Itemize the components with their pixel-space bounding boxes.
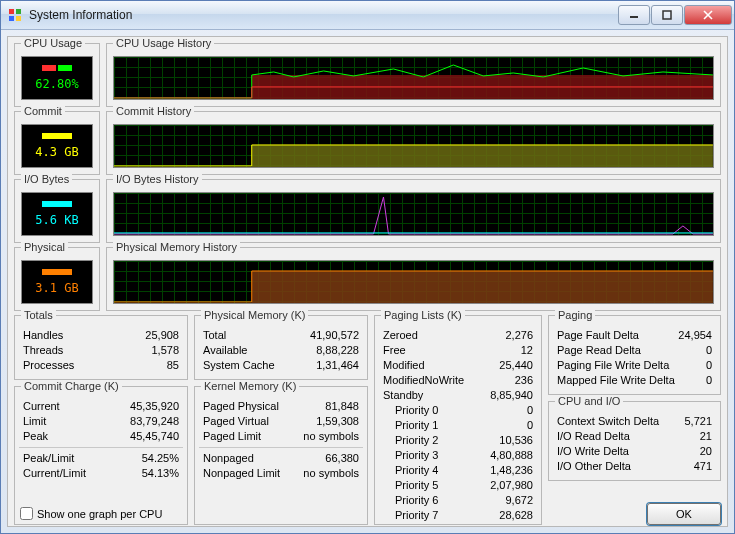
physical-value: 3.1 GB: [35, 281, 78, 295]
cc-currentlimit-value: 54.13%: [142, 466, 179, 481]
commit-charge-group: Commit Charge (K) Current45,35,920 Limit…: [14, 386, 188, 525]
cc-current-value: 45,35,920: [130, 399, 179, 414]
physical-panel: Physical 3.1 GB: [14, 247, 100, 311]
pm-total-label: Total: [203, 328, 226, 343]
svg-rect-0: [9, 9, 14, 14]
commit-panel: Commit 4.3 GB: [14, 111, 100, 175]
pl-zeroed-label: Zeroed: [383, 328, 418, 343]
cpu-history-label: CPU Usage History: [113, 37, 214, 49]
pl-p3-label: Priority 3: [395, 448, 438, 463]
cc-peaklimit-value: 54.25%: [142, 451, 179, 466]
pl-p6-value: 9,672: [505, 493, 533, 508]
cc-peaklimit-label: Peak/Limit: [23, 451, 74, 466]
pl-standby-value: 8,85,940: [490, 388, 533, 403]
commit-meter: 4.3 GB: [21, 124, 93, 168]
iow-value: 20: [700, 444, 712, 459]
pl-p3-value: 4,80,888: [490, 448, 533, 463]
ior-value: 21: [700, 429, 712, 444]
pfw-value: 0: [706, 358, 712, 373]
iow-label: I/O Write Delta: [557, 444, 629, 459]
pl-p4-label: Priority 4: [395, 463, 438, 478]
km-np-value: 66,380: [325, 451, 359, 466]
pm-available-label: Available: [203, 343, 247, 358]
pl-p2-label: Priority 2: [395, 433, 438, 448]
processes-label: Processes: [23, 358, 74, 373]
km-pl-label: Paged Limit: [203, 429, 261, 444]
pm-cache-value: 1,31,464: [316, 358, 359, 373]
physical-history-graph: [113, 260, 714, 304]
km-np-label: Nonpaged: [203, 451, 254, 466]
pl-p0-value: 0: [527, 403, 533, 418]
totals-group: Totals Handles25,908 Threads1,578 Proces…: [14, 315, 188, 380]
cs-value: 5,721: [684, 414, 712, 429]
physical-history-label: Physical Memory History: [113, 241, 240, 253]
pl-mod-label: Modified: [383, 358, 425, 373]
paging-group: Paging Page Fault Delta24,954 Page Read …: [548, 315, 721, 395]
cc-peak-value: 45,45,740: [130, 429, 179, 444]
cpuio-title: CPU and I/O: [555, 395, 623, 407]
cpu-usage-value: 62.80%: [35, 77, 78, 91]
cpu-history-graph: [113, 56, 714, 100]
ioo-value: 471: [694, 459, 712, 474]
threads-label: Threads: [23, 343, 63, 358]
cc-limit-label: Limit: [23, 414, 46, 429]
iobytes-panel: I/O Bytes 5.6 KB: [14, 179, 100, 243]
pl-modnw-value: 236: [515, 373, 533, 388]
close-button[interactable]: [684, 5, 732, 25]
commit-charge-title: Commit Charge (K): [21, 380, 122, 392]
pl-standby-label: Standby: [383, 388, 423, 403]
cc-peak-label: Peak: [23, 429, 48, 444]
pl-p0-label: Priority 0: [395, 403, 438, 418]
pl-p1-label: Priority 1: [395, 418, 438, 433]
handles-label: Handles: [23, 328, 63, 343]
physical-memory-group: Physical Memory (K) Total41,90,572 Avail…: [194, 315, 368, 380]
pr-value: 0: [706, 343, 712, 358]
window-frame: System Information CPU Usage 62.80% CPU …: [0, 0, 735, 534]
cc-currentlimit-label: Current/Limit: [23, 466, 86, 481]
cpu-usage-panel: CPU Usage 62.80%: [14, 43, 100, 107]
km-pv-label: Paged Virtual: [203, 414, 269, 429]
pl-p5-value: 2,07,980: [490, 478, 533, 493]
totals-title: Totals: [21, 309, 56, 321]
km-pl-value: no symbols: [303, 429, 359, 444]
mfw-label: Mapped File Write Delta: [557, 373, 675, 388]
threads-value: 1,578: [151, 343, 179, 358]
commit-label: Commit: [21, 105, 65, 117]
paging-lists-group: Paging Lists (K) Zeroed2,276 Free12 Modi…: [374, 315, 542, 525]
iobytes-history-panel: I/O Bytes History: [106, 179, 721, 243]
pr-label: Page Read Delta: [557, 343, 641, 358]
km-pp-value: 81,848: [325, 399, 359, 414]
cc-limit-value: 83,79,248: [130, 414, 179, 429]
pl-mod-value: 25,440: [499, 358, 533, 373]
pl-p7-value: 28,628: [499, 508, 533, 523]
pfw-label: Paging File Write Delta: [557, 358, 669, 373]
paging-title: Paging: [555, 309, 595, 321]
cpu-io-group: CPU and I/O Context Switch Delta5,721 I/…: [548, 401, 721, 481]
titlebar[interactable]: System Information: [1, 1, 734, 30]
pf-label: Page Fault Delta: [557, 328, 639, 343]
pl-p6-label: Priority 6: [395, 493, 438, 508]
svg-rect-3: [16, 16, 21, 21]
pm-total-value: 41,90,572: [310, 328, 359, 343]
maximize-button[interactable]: [651, 5, 683, 25]
cpu-usage-meter: 62.80%: [21, 56, 93, 100]
cpu-usage-label: CPU Usage: [21, 37, 85, 49]
svg-rect-1: [16, 9, 21, 14]
pl-p5-label: Priority 5: [395, 478, 438, 493]
iobytes-value: 5.6 KB: [35, 213, 78, 227]
iobytes-meter: 5.6 KB: [21, 192, 93, 236]
svg-rect-2: [9, 16, 14, 21]
commit-history-panel: Commit History: [106, 111, 721, 175]
pl-modnw-label: ModifiedNoWrite: [383, 373, 464, 388]
km-npl-label: Nonpaged Limit: [203, 466, 280, 481]
pm-title: Physical Memory (K): [201, 309, 308, 321]
commit-value: 4.3 GB: [35, 145, 78, 159]
mfw-value: 0: [706, 373, 712, 388]
ior-label: I/O Read Delta: [557, 429, 630, 444]
minimize-button[interactable]: [618, 5, 650, 25]
pl-free-value: 12: [521, 343, 533, 358]
pl-p2-value: 10,536: [499, 433, 533, 448]
physical-meter: 3.1 GB: [21, 260, 93, 304]
svg-rect-5: [663, 11, 671, 19]
iobytes-label: I/O Bytes: [21, 173, 72, 185]
